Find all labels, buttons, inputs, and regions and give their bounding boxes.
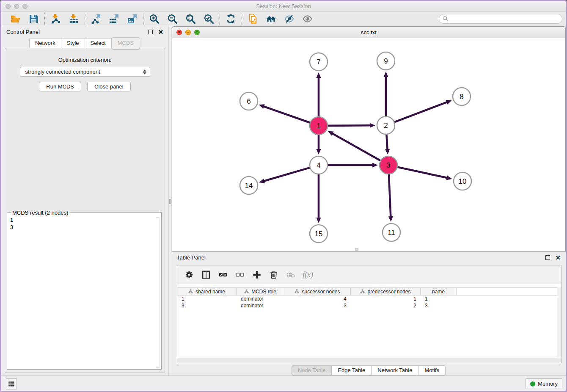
- graph-arrowhead-3-10: [446, 175, 452, 180]
- graph-edge-3-11[interactable]: [389, 174, 391, 217]
- mcds-result-node: 1: [10, 216, 160, 224]
- delete-table-icon[interactable]: [286, 270, 296, 280]
- memory-status-icon: [530, 381, 535, 386]
- select-all-icon[interactable]: [218, 270, 228, 280]
- network-window: ✕ − + scc.txt 7968124314101511: [172, 26, 566, 252]
- close-panel-button[interactable]: Close panel: [87, 82, 131, 91]
- graph-arrowhead-4-3: [372, 163, 378, 167]
- network-graph[interactable]: 7968124314101511: [172, 38, 565, 251]
- float-table-panel-icon[interactable]: [545, 255, 550, 260]
- graph-node-label-4: 4: [317, 161, 320, 169]
- table-cell[interactable]: 1: [177, 295, 237, 302]
- table-cell[interactable]: 1: [421, 295, 457, 302]
- graph-edge-3-10[interactable]: [397, 167, 448, 178]
- toolbar-group: [242, 13, 318, 25]
- column-type-icon: [360, 289, 365, 294]
- tab-network-table[interactable]: Network Table: [371, 365, 418, 375]
- tab-select[interactable]: Select: [85, 38, 112, 48]
- tab-node-table[interactable]: Node Table: [292, 365, 332, 375]
- table-cell[interactable]: 3: [284, 302, 351, 309]
- toolbar-group: [45, 13, 85, 25]
- run-mcds-button[interactable]: Run MCDS: [39, 82, 81, 91]
- memory-button[interactable]: Memory: [526, 378, 562, 389]
- hide-graphics-details-icon[interactable]: [284, 13, 295, 25]
- mcds-result-box: MCDS result (2 nodes) 13: [7, 210, 162, 370]
- table-row-2[interactable]: 3dominator323: [177, 302, 557, 309]
- zoom-out-icon[interactable]: [167, 13, 178, 25]
- table-cell[interactable]: 1: [351, 295, 421, 302]
- function-builder-icon[interactable]: f(x): [303, 271, 313, 279]
- mcds-result-list: 13: [10, 216, 160, 231]
- refresh-layout-icon[interactable]: [225, 13, 237, 25]
- network-window-titlebar[interactable]: ✕ − + scc.txt: [172, 27, 565, 38]
- zoom-in-icon[interactable]: [149, 13, 160, 25]
- import-network-icon[interactable]: [50, 13, 61, 25]
- tab-motifs[interactable]: Motifs: [418, 365, 446, 375]
- graph-edge-2-8[interactable]: [394, 102, 448, 122]
- table-cell[interactable]: 2: [351, 302, 421, 309]
- graph-edge-1-6[interactable]: [263, 106, 310, 123]
- column-header-successor-nodes[interactable]: successor nodes: [284, 288, 351, 295]
- graph-node-label-11: 11: [388, 229, 395, 237]
- table-cell[interactable]: 4: [284, 295, 351, 302]
- close-table-panel-icon[interactable]: ✕: [555, 255, 561, 260]
- graph-edge-4-14[interactable]: [264, 168, 310, 181]
- result-scrollbar[interactable]: [156, 217, 160, 368]
- network-canvas[interactable]: 7968124314101511: [172, 38, 565, 251]
- column-type-icon: [244, 289, 249, 294]
- zoom-fit-icon[interactable]: [185, 13, 196, 25]
- save-session-icon[interactable]: [28, 13, 39, 25]
- table-scrollbar[interactable]: [557, 287, 561, 358]
- toolbar-group: [220, 13, 242, 25]
- graph-edge-3-1[interactable]: [332, 133, 380, 161]
- add-column-icon[interactable]: [252, 270, 262, 280]
- open-session-icon[interactable]: [10, 13, 21, 25]
- graph-edge-1-2[interactable]: [328, 125, 371, 126]
- splitter-grip[interactable]: [169, 199, 171, 204]
- delete-columns-icon[interactable]: [269, 270, 279, 280]
- graph-node-label-3: 3: [386, 161, 390, 169]
- canvas-grip[interactable]: [355, 248, 358, 251]
- column-header-shared-name[interactable]: shared name: [177, 288, 237, 295]
- show-graphics-details-icon[interactable]: [302, 13, 313, 25]
- mcds-result-title: MCDS result (2 nodes): [11, 210, 69, 216]
- table-panel: Table Panel ✕ f(x) shared nameMCDS roles…: [172, 252, 566, 375]
- export-network-icon[interactable]: [90, 13, 102, 25]
- table-cell[interactable]: 3: [177, 302, 237, 309]
- table-row-1[interactable]: 1dominator411: [177, 295, 557, 302]
- float-panel-icon[interactable]: [148, 30, 153, 34]
- column-header-name[interactable]: name: [421, 288, 457, 295]
- graph-edge-2-3[interactable]: [386, 134, 387, 150]
- close-panel-icon[interactable]: ✕: [158, 30, 163, 34]
- import-table-icon[interactable]: [68, 13, 80, 25]
- table-cell[interactable]: 3: [421, 302, 457, 309]
- search-input[interactable]: [451, 16, 559, 22]
- network-window-title: scc.txt: [172, 29, 565, 36]
- graph-arrowhead-2-9: [383, 72, 388, 77]
- duplicate-network-icon[interactable]: [247, 13, 259, 25]
- control-panel-header: Control Panel ✕: [1, 26, 168, 37]
- column-header-MCDS-role[interactable]: MCDS role: [237, 288, 284, 295]
- deselect-all-icon[interactable]: [235, 270, 245, 280]
- panel-splitter[interactable]: [168, 26, 172, 375]
- table-cell[interactable]: dominator: [237, 302, 284, 309]
- table-settings-icon[interactable]: [184, 270, 194, 280]
- apply-layout-icon[interactable]: [265, 13, 277, 25]
- column-header-predecessor-nodes[interactable]: predecessor nodes: [351, 288, 421, 295]
- toggle-columns-icon[interactable]: [201, 270, 211, 280]
- tab-edge-table[interactable]: Edge Table: [331, 365, 372, 375]
- tab-mcds[interactable]: MCDS: [111, 37, 140, 49]
- tab-network[interactable]: Network: [29, 38, 61, 48]
- status-bar: Memory: [1, 375, 566, 391]
- table-cell[interactable]: dominator: [237, 295, 284, 302]
- export-table-icon[interactable]: [108, 13, 120, 25]
- task-history-button[interactable]: [6, 378, 17, 389]
- export-image-icon[interactable]: [127, 13, 138, 25]
- zoom-selected-icon[interactable]: [203, 13, 215, 25]
- column-header-label: MCDS role: [251, 289, 276, 295]
- tab-style[interactable]: Style: [61, 38, 85, 48]
- table-tabs: Node TableEdge TableNetwork TableMotifs: [172, 365, 566, 375]
- optimization-criterion-value: strongly connected component: [25, 69, 143, 75]
- optimization-criterion-select[interactable]: strongly connected component: [20, 67, 150, 77]
- graph-arrowhead-4-15: [316, 218, 321, 223]
